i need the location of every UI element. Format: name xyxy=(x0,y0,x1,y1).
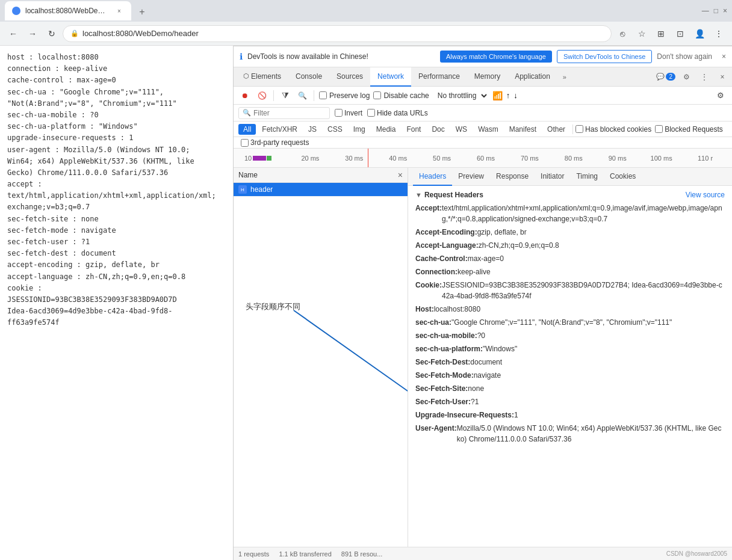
details-tab-initiator[interactable]: Initiator xyxy=(535,168,570,186)
tab-title: localhost:8080/WebDemo/hea... xyxy=(25,7,110,15)
requests-panel-close[interactable]: × xyxy=(398,170,403,180)
requests-header: Name × xyxy=(234,168,408,183)
back-button[interactable]: ← xyxy=(5,25,22,42)
page-line-22: JSESSIONID=93BC3B38E3529093F383BD9A0D7D xyxy=(7,294,226,306)
third-party-checkbox[interactable] xyxy=(241,139,249,147)
header-row-accept: Accept: text/html,application/xhtml+xml,… xyxy=(415,202,725,226)
headers-list: Accept: text/html,application/xhtml+xml,… xyxy=(415,202,725,446)
tab-memory[interactable]: Memory xyxy=(467,67,507,87)
details-tab-headers[interactable]: Headers xyxy=(413,168,452,186)
dont-show-again-button[interactable]: Don't show again xyxy=(657,52,712,61)
network-settings-button[interactable]: ⚙ xyxy=(714,89,727,102)
tab-console[interactable]: Console xyxy=(288,67,329,87)
page-line-4: sec-ch-ua : "Google Chrome";v="111", xyxy=(7,87,226,98)
preserve-log-checkbox[interactable] xyxy=(319,91,327,99)
menu-button[interactable]: ⋮ xyxy=(710,25,727,42)
type-filter-ws[interactable]: WS xyxy=(451,124,472,135)
match-language-button[interactable]: Always match Chrome's language xyxy=(440,51,552,63)
type-filter-font[interactable]: Font xyxy=(402,124,426,135)
header-row-sec-fetch-dest: Sec-Fetch-Dest: document xyxy=(415,355,725,369)
filter-input[interactable] xyxy=(253,109,326,117)
filter-toggle-button[interactable]: ⧩ xyxy=(279,89,292,102)
preserve-log-label[interactable]: Preserve log xyxy=(319,91,370,100)
maximize-btn[interactable]: □ xyxy=(714,7,718,15)
record-button[interactable]: ⏺ xyxy=(238,89,252,102)
switch-chinese-button[interactable]: Switch DevTools to Chinese xyxy=(557,50,652,63)
type-filter-manifest[interactable]: Manifest xyxy=(504,124,541,135)
hide-data-urls-checkbox[interactable] xyxy=(367,109,375,117)
type-filter-media[interactable]: Media xyxy=(371,124,401,135)
page-line-12: accept : xyxy=(7,179,226,190)
view-source-link[interactable]: View source xyxy=(686,191,725,199)
page-line-6: sec-ch-ua-mobile : ?0 xyxy=(7,109,226,121)
section-collapse-icon[interactable]: ▼ xyxy=(415,191,422,198)
profile-button[interactable]: 👤 xyxy=(691,25,708,42)
new-tab-button[interactable]: + xyxy=(134,4,150,20)
third-party-label[interactable]: 3rd-party requests xyxy=(241,138,309,147)
blocked-cookies-label[interactable]: Has blocked cookies xyxy=(575,125,651,134)
details-tabs: Headers Preview Response Initiator Timin… xyxy=(408,168,732,186)
blocked-requests-label[interactable]: Blocked Requests xyxy=(655,125,723,134)
timeline-label-60: 60 ms xyxy=(464,155,508,162)
blocked-requests-checkbox[interactable] xyxy=(655,125,663,133)
type-filter-wasm[interactable]: Wasm xyxy=(473,124,503,135)
hide-data-urls-label[interactable]: Hide data URLs xyxy=(367,109,428,117)
tab-network[interactable]: Network xyxy=(370,67,411,87)
type-filter-img[interactable]: Img xyxy=(349,124,370,135)
timeline-label-20: 20 ms xyxy=(288,155,332,162)
more-tabs-button[interactable]: » xyxy=(557,70,572,84)
details-tab-cookies[interactable]: Cookies xyxy=(604,168,642,186)
request-item-header[interactable]: H header xyxy=(234,183,408,197)
notification-close-button[interactable]: × xyxy=(722,52,726,61)
type-filter-js[interactable]: JS xyxy=(303,124,321,135)
devtools-settings-button[interactable]: ⚙ xyxy=(679,70,693,84)
console-icon: 💬 xyxy=(656,73,665,81)
throttle-select[interactable]: No throttling Fast 3G Slow 3G Offline xyxy=(433,90,489,102)
type-filter-css[interactable]: CSS xyxy=(323,124,347,135)
upload-icon[interactable]: ↑ xyxy=(506,91,510,100)
invert-filter-label[interactable]: Invert xyxy=(335,109,362,117)
forward-button[interactable]: → xyxy=(24,25,41,42)
details-tab-preview[interactable]: Preview xyxy=(452,168,490,186)
type-filter-all[interactable]: All xyxy=(238,124,256,135)
details-tab-response[interactable]: Response xyxy=(490,168,535,186)
search-button[interactable]: 🔍 xyxy=(296,89,309,102)
tab-close-btn[interactable]: × xyxy=(114,6,124,16)
address-bar[interactable]: 🔒 localhost:8080/WebDemo/header xyxy=(63,25,612,42)
tab-elements[interactable]: ⬡ Elements xyxy=(236,67,288,87)
page-line-18: sec-fetch-dest : document xyxy=(7,248,226,259)
browser-tab[interactable]: localhost:8080/WebDemo/hea... × xyxy=(5,1,131,20)
page-line-21: cookie : xyxy=(7,283,226,294)
timeline-bar: 10 ms 20 ms 30 ms 40 ms 50 ms 60 ms 70 m… xyxy=(234,149,732,168)
blocked-cookies-checkbox[interactable] xyxy=(575,125,583,133)
devtools-tabs: ⬡ Elements Console Sources Network Perfo… xyxy=(234,67,732,87)
close-btn[interactable]: × xyxy=(723,7,727,15)
details-tab-timing[interactable]: Timing xyxy=(570,168,604,186)
tab-performance[interactable]: Performance xyxy=(411,67,467,87)
devtools-more-options-button[interactable]: ⋮ xyxy=(697,70,712,84)
type-filter-other[interactable]: Other xyxy=(542,124,570,135)
split-button[interactable]: ⊡ xyxy=(672,25,689,42)
online-icon[interactable]: 📶 xyxy=(492,91,503,100)
header-row-sec-ch-ua-platform: sec-ch-ua-platform: "Windows" xyxy=(415,342,725,355)
refresh-button[interactable]: ↻ xyxy=(43,25,60,42)
download-icon[interactable]: ↓ xyxy=(513,91,518,100)
timeline-labels: 10 ms 20 ms 30 ms 40 ms 50 ms 60 ms 70 m… xyxy=(244,155,727,162)
minimize-btn[interactable]: — xyxy=(702,7,709,15)
type-filter-fetch[interactable]: Fetch/XHR xyxy=(257,124,302,135)
filter-input-wrap: 🔍 xyxy=(238,107,330,119)
request-name-header: header xyxy=(250,185,403,194)
bookmark-button[interactable]: ☆ xyxy=(633,25,650,42)
main-area: host : localhost:8080 connection : keep-… xyxy=(0,46,732,560)
type-filter-doc[interactable]: Doc xyxy=(427,124,449,135)
clear-button[interactable]: 🚫 xyxy=(255,89,268,102)
tab-application[interactable]: Application xyxy=(507,67,557,87)
invert-checkbox[interactable] xyxy=(335,109,343,117)
disable-cache-label[interactable]: Disable cache xyxy=(373,91,429,100)
tab-sources[interactable]: Sources xyxy=(329,67,370,87)
share-button[interactable]: ⎋ xyxy=(614,25,631,42)
extensions-button[interactable]: ⊞ xyxy=(653,25,669,42)
header-row-user-agent: User-Agent: Mozilla/5.0 (Windows NT 10.0… xyxy=(415,422,725,446)
disable-cache-checkbox[interactable] xyxy=(373,91,381,99)
devtools-close-button[interactable]: × xyxy=(715,70,730,84)
